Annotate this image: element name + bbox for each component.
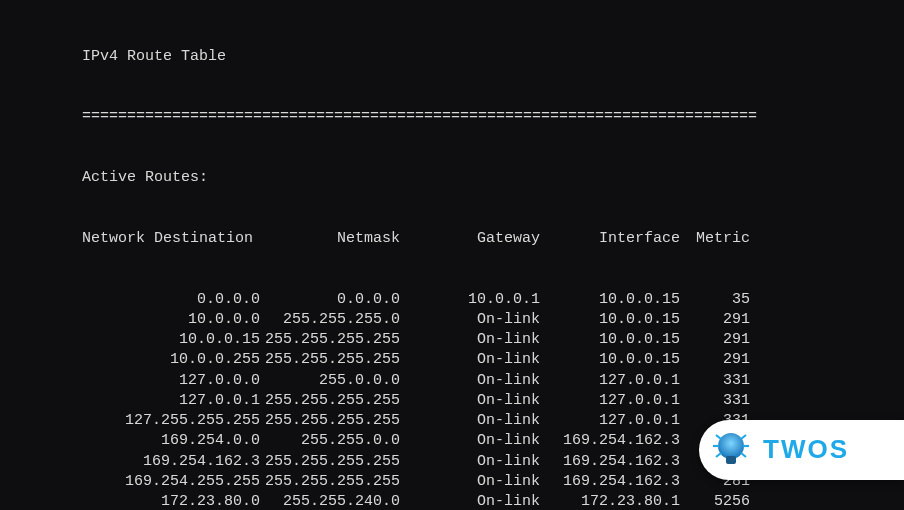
watermark-text: TWOS bbox=[763, 432, 849, 467]
cell-destination: 169.254.0.0 bbox=[4, 431, 260, 451]
cell-netmask: 255.255.255.255 bbox=[260, 350, 400, 370]
cell-gateway: On-link bbox=[400, 431, 540, 451]
svg-line-5 bbox=[741, 435, 746, 439]
cell-interface: 10.0.0.15 bbox=[540, 290, 680, 310]
cell-netmask: 255.255.255.255 bbox=[260, 452, 400, 472]
cell-destination: 127.0.0.0 bbox=[4, 371, 260, 391]
cell-interface: 169.254.162.3 bbox=[540, 472, 680, 492]
cell-netmask: 255.255.255.0 bbox=[260, 310, 400, 330]
cell-interface: 169.254.162.3 bbox=[540, 431, 680, 451]
col-metric: Metric bbox=[680, 229, 750, 249]
cell-interface: 10.0.0.15 bbox=[540, 310, 680, 330]
cell-interface: 172.23.80.1 bbox=[540, 492, 680, 510]
cell-metric: 291 bbox=[680, 330, 750, 350]
table-row: 10.0.0.15255.255.255.255On-link10.0.0.15… bbox=[4, 330, 904, 350]
cell-interface: 127.0.0.1 bbox=[540, 371, 680, 391]
cell-destination: 127.255.255.255 bbox=[4, 411, 260, 431]
col-netmask: Netmask bbox=[260, 229, 400, 249]
cell-netmask: 255.255.255.255 bbox=[260, 330, 400, 350]
cell-destination: 10.0.0.0 bbox=[4, 310, 260, 330]
svg-line-6 bbox=[716, 453, 721, 457]
cell-netmask: 255.255.255.255 bbox=[260, 391, 400, 411]
cell-gateway: On-link bbox=[400, 452, 540, 472]
table-row: 127.0.0.0255.0.0.0On-link127.0.0.1331 bbox=[4, 371, 904, 391]
cell-gateway: On-link bbox=[400, 371, 540, 391]
cell-metric: 35 bbox=[680, 290, 750, 310]
cell-gateway: On-link bbox=[400, 330, 540, 350]
svg-line-4 bbox=[716, 435, 721, 439]
cell-metric: 291 bbox=[680, 310, 750, 330]
cell-gateway: 10.0.0.1 bbox=[400, 290, 540, 310]
cell-metric: 291 bbox=[680, 350, 750, 370]
col-gateway: Gateway bbox=[400, 229, 540, 249]
cell-netmask: 0.0.0.0 bbox=[260, 290, 400, 310]
watermark-badge: TWOS bbox=[699, 420, 904, 480]
cell-gateway: On-link bbox=[400, 310, 540, 330]
cell-gateway: On-link bbox=[400, 411, 540, 431]
active-routes-label: Active Routes: bbox=[4, 168, 904, 188]
column-header-row: Network DestinationNetmaskGatewayInterfa… bbox=[4, 229, 904, 249]
table-row: 10.0.0.0255.255.255.0On-link10.0.0.15291 bbox=[4, 310, 904, 330]
cell-metric: 331 bbox=[680, 371, 750, 391]
cell-interface: 10.0.0.15 bbox=[540, 330, 680, 350]
table-row: 172.23.80.0255.255.240.0On-link172.23.80… bbox=[4, 492, 904, 510]
bulb-icon bbox=[709, 428, 753, 472]
cell-gateway: On-link bbox=[400, 350, 540, 370]
route-table-title: IPv4 Route Table bbox=[4, 47, 904, 67]
cell-destination: 169.254.162.3 bbox=[4, 452, 260, 472]
cell-netmask: 255.255.240.0 bbox=[260, 492, 400, 510]
svg-rect-1 bbox=[726, 456, 736, 464]
cell-netmask: 255.255.255.255 bbox=[260, 411, 400, 431]
cell-destination: 172.23.80.0 bbox=[4, 492, 260, 510]
col-destination: Network Destination bbox=[4, 229, 260, 249]
cell-netmask: 255.0.0.0 bbox=[260, 371, 400, 391]
svg-point-0 bbox=[718, 433, 744, 459]
cell-destination: 127.0.0.1 bbox=[4, 391, 260, 411]
cell-netmask: 255.255.0.0 bbox=[260, 431, 400, 451]
cell-netmask: 255.255.255.255 bbox=[260, 472, 400, 492]
table-row: 0.0.0.00.0.0.010.0.0.110.0.0.1535 bbox=[4, 290, 904, 310]
cell-interface: 10.0.0.15 bbox=[540, 350, 680, 370]
cell-destination: 10.0.0.255 bbox=[4, 350, 260, 370]
cell-metric: 331 bbox=[680, 391, 750, 411]
separator-line: ========================================… bbox=[4, 107, 904, 127]
cell-destination: 10.0.0.15 bbox=[4, 330, 260, 350]
table-row: 10.0.0.255255.255.255.255On-link10.0.0.1… bbox=[4, 350, 904, 370]
cell-interface: 169.254.162.3 bbox=[540, 452, 680, 472]
cell-interface: 127.0.0.1 bbox=[540, 411, 680, 431]
cell-gateway: On-link bbox=[400, 492, 540, 510]
cell-interface: 127.0.0.1 bbox=[540, 391, 680, 411]
svg-line-7 bbox=[741, 453, 746, 457]
col-interface: Interface bbox=[540, 229, 680, 249]
table-row: 127.0.0.1255.255.255.255On-link127.0.0.1… bbox=[4, 391, 904, 411]
cell-metric: 5256 bbox=[680, 492, 750, 510]
cell-gateway: On-link bbox=[400, 472, 540, 492]
cell-destination: 0.0.0.0 bbox=[4, 290, 260, 310]
cell-destination: 169.254.255.255 bbox=[4, 472, 260, 492]
cell-gateway: On-link bbox=[400, 391, 540, 411]
